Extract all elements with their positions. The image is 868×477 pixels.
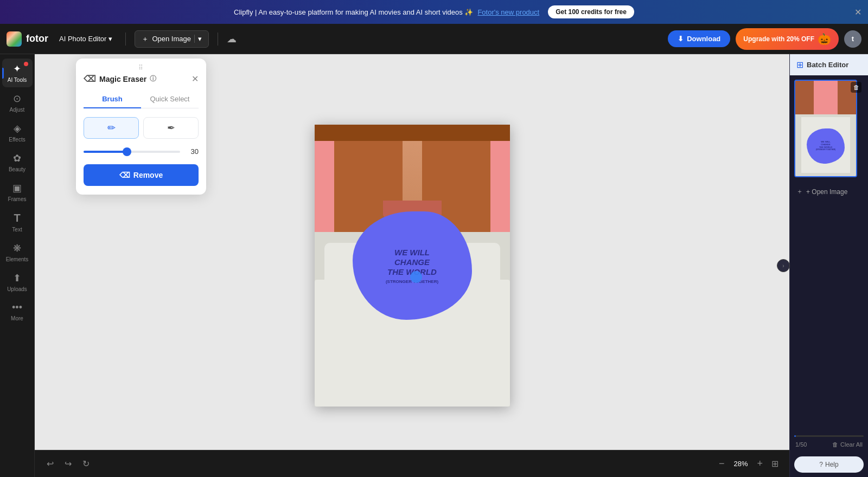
banner-text: Clipfly | An easy-to-use platform for ma… [234,8,473,16]
open-image-panel-label: + Open Image [806,188,847,196]
panel-drag-handle[interactable]: ⠿ [76,59,206,74]
remove-button[interactable]: ⌫ Remove [84,164,199,186]
tab-brush-label: Brush [102,95,123,103]
avatar-initial: t [852,35,854,43]
frames-icon: ▣ [12,182,22,194]
batch-editor-icon: ⊞ [796,60,803,70]
download-label: Download [687,35,720,43]
plus-open-icon: ＋ [796,187,803,196]
eraser-icon: ⌫ [84,74,96,84]
beauty-icon: ✿ [13,152,21,164]
brush-size-slider[interactable] [84,151,180,153]
tab-quick-select[interactable]: Quick Select [141,91,199,108]
ai-tools-icon: ✦ [13,63,21,75]
clear-all-button[interactable]: 🗑 Clear All [832,441,863,448]
zoom-controls: − 28% + ⊞ [717,456,781,472]
notification-dot [24,62,28,66]
sidebar-label-elements: Elements [6,256,29,262]
sidebar-label-beauty: Beauty [9,166,25,172]
open-image-button[interactable]: ＋ Open Image ▾ [135,30,209,48]
adjust-icon: ⊙ [13,93,21,105]
plus-icon: ＋ [142,34,149,44]
batch-editor-header[interactable]: ⊞ Batch Editor [790,54,868,75]
open-image-dropdown[interactable]: ▾ [194,35,202,43]
open-image-label: Open Image [152,35,191,43]
info-icon[interactable]: ⓘ [150,74,156,83]
banner-link[interactable]: Fotor's new product [477,8,539,16]
reset-button[interactable]: ↻ [79,455,93,472]
zoom-in-button[interactable]: + [755,456,765,472]
sidebar-item-beauty[interactable]: ✿ Beauty [2,148,33,177]
trash-icon: 🗑 [832,441,838,448]
sidebar-item-ai-tools[interactable]: ✦ AI Tools [2,59,33,87]
download-button[interactable]: ⬇ Download [668,30,730,47]
slider-thumb[interactable] [123,147,131,156]
thumbnail-container: WE WILLCHANGETHE WORLD(STRONGER TOGETHER… [790,75,868,182]
page-count: 1/50 [795,441,807,448]
sidebar-label-effects: Effects [9,137,25,143]
remove-label: Remove [133,171,163,179]
logo: fotor [7,31,48,47]
sidebar-item-adjust[interactable]: ⊙ Adjust [2,88,33,117]
cloud-icon[interactable]: ☁ [227,33,237,45]
redo-button[interactable]: ↪ [61,455,75,472]
delete-thumbnail-button[interactable]: 🗑 [851,82,861,93]
slider-value: 30 [186,147,199,156]
panel-title: ⌫ Magic Eraser ⓘ [84,74,156,84]
sidebar-label-ai-tools: AI Tools [8,77,27,83]
canvas-image[interactable]: WE WILLCHANGETHE WORLD (STRONGER TOGETHE… [315,125,510,407]
ai-photo-editor-label: AI Photo Editor [59,35,106,43]
progress-bar [794,435,864,437]
sidebar-item-effects[interactable]: ◈ Effects [2,118,33,147]
brush-add-icon: ✏ [107,122,116,134]
brush-size-slider-row: 30 [76,143,206,160]
chevron-down-icon: ▾ [108,35,112,43]
brush-erase-option[interactable]: ✒ [143,117,199,139]
help-icon: ? [819,461,823,468]
header-right: ⬇ Download Upgrade with 20% OFF 🎃 t [668,28,861,50]
progress-fill [794,435,796,437]
remove-icon: ⌫ [119,171,130,179]
panel-header: ⌫ Magic Eraser ⓘ ✕ [76,74,206,91]
upgrade-button[interactable]: Upgrade with 20% OFF 🎃 [736,28,839,50]
panel-title-text: Magic Eraser [99,75,146,83]
zoom-out-button[interactable]: − [717,456,727,472]
clear-label: Clear All [840,441,863,448]
canvas-area[interactable]: ⠿ ⌫ Magic Eraser ⓘ ✕ Brush Quick Select [35,54,789,477]
help-button[interactable]: ? Help [794,456,864,473]
collapse-panel-button[interactable]: › [777,259,790,272]
undo-button[interactable]: ↩ [43,455,57,472]
header-divider2 [218,33,218,46]
banner-cta[interactable]: Get 100 credits for free [548,5,634,18]
thumb-blob: WE WILLCHANGETHE WORLD(STRONGER TOGETHER… [807,128,845,164]
avatar[interactable]: t [844,30,861,48]
magic-eraser-panel: ⠿ ⌫ Magic Eraser ⓘ ✕ Brush Quick Select [76,59,206,195]
sidebar-item-more[interactable]: ••• More [2,298,33,326]
tab-brush[interactable]: Brush [84,91,141,108]
right-panel: ⊞ Batch Editor WE WILLCHANGETHE WORLD(ST… [789,54,868,477]
panel-footer: 1/50 🗑 Clear All [790,437,868,452]
slider-fill [84,151,127,153]
sidebar-item-frames[interactable]: ▣ Frames [2,178,33,207]
sidebar-item-uploads[interactable]: ⬆ Uploads [2,268,33,296]
more-icon: ••• [12,302,22,313]
top-banner: Clipfly | An easy-to-use platform for ma… [0,0,868,24]
thumbnail[interactable]: WE WILLCHANGETHE WORLD(STRONGER TOGETHER… [794,80,857,177]
progress-bar-container [790,435,868,437]
ai-photo-editor-button[interactable]: AI Photo Editor ▾ [55,33,117,45]
panel-close-button[interactable]: ✕ [192,74,199,84]
brush-add-option[interactable]: ✏ [84,117,139,139]
upgrade-label: Upgrade with 20% OFF [743,35,814,43]
panel-tabs: Brush Quick Select [84,91,199,108]
bottom-bar: ↩ ↪ ↻ − 28% + ⊞ [35,450,789,477]
sidebar-item-text[interactable]: T Text [2,208,33,237]
help-label: Help [825,461,839,468]
elements-icon: ❋ [13,242,21,254]
close-icon[interactable]: ✕ [854,7,861,17]
sidebar-label-frames: Frames [8,196,27,202]
view-mode-button[interactable]: ⊞ [769,456,781,471]
open-image-panel[interactable]: ＋ + Open Image [790,182,868,202]
zoom-level: 28% [731,460,750,468]
header: fotor AI Photo Editor ▾ ＋ Open Image ▾ ☁… [0,24,868,54]
sidebar-item-elements[interactable]: ❋ Elements [2,238,33,267]
